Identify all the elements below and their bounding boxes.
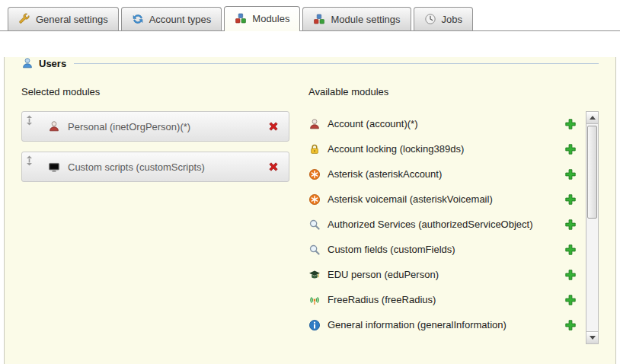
available-module-row: Authorized Services (authorizedServiceOb…: [308, 212, 586, 237]
asterisk-icon: [308, 193, 321, 206]
modules-blocks-icon: [235, 12, 247, 24]
available-module-row: Account locking (locking389ds): [308, 136, 586, 161]
add-icon[interactable]: [564, 118, 577, 130]
tab-account-types[interactable]: Account types: [121, 7, 222, 30]
selected-module-row[interactable]: Custom scripts (customScripts): [21, 152, 289, 182]
clock-icon: [424, 13, 436, 25]
available-module-label: Asterisk voicemail (asteriskVoicemail): [328, 193, 493, 205]
available-module-row: General information (generalInformation): [308, 312, 586, 337]
add-icon[interactable]: [564, 319, 577, 331]
available-module-row: Account (account)(*): [308, 111, 586, 136]
tab-label: Account types: [149, 14, 212, 25]
available-module-row: FreeRadius (freeRadius): [308, 287, 586, 312]
available-modules-list: Account (account)(*) Account locking (lo…: [308, 111, 586, 344]
delete-icon[interactable]: [267, 161, 280, 173]
available-module-label: Account (account)(*): [328, 118, 418, 129]
scrollbar-thumb[interactable]: [587, 126, 597, 219]
available-module-label: General information (generalInformation): [328, 319, 507, 330]
selected-modules-column: Selected modules Personal (inetOrgPerson…: [21, 86, 289, 344]
users-section-header: Users: [21, 57, 599, 69]
magnifier-icon: [308, 244, 321, 256]
users-icon: [21, 57, 34, 69]
tab-general-settings[interactable]: General settings: [8, 7, 119, 30]
person-icon: [48, 120, 60, 133]
selected-modules-heading: Selected modules: [21, 86, 289, 97]
drag-handle-icon[interactable]: [26, 115, 33, 126]
magnifier-icon: [308, 219, 321, 231]
section-title: Users: [39, 58, 66, 69]
available-module-row: EDU person (eduPerson): [308, 262, 586, 287]
available-module-label: Authorized Services (authorizedServiceOb…: [328, 219, 533, 230]
available-module-row: Asterisk voicemail (asteriskVoicemail): [308, 187, 586, 212]
add-icon[interactable]: [564, 168, 577, 180]
person-icon: [308, 118, 321, 130]
available-module-label: FreeRadius (freeRadius): [328, 294, 436, 305]
available-module-row: Asterisk (asteriskAccount): [308, 161, 586, 187]
selected-module-label: Custom scripts (customScripts): [68, 161, 205, 173]
add-icon[interactable]: [564, 294, 577, 306]
graduation-cap-icon: [308, 269, 321, 281]
tab-label: Module settings: [331, 14, 400, 25]
add-icon[interactable]: [564, 244, 577, 256]
available-module-label: Asterisk (asteriskAccount): [328, 168, 442, 180]
section-rule: [74, 63, 599, 64]
available-module-label: Account locking (locking389ds): [328, 143, 464, 155]
terminal-icon: [48, 161, 60, 173]
selected-module-row[interactable]: Personal (inetOrgPerson)(*): [21, 111, 289, 142]
lock-icon: [308, 143, 321, 155]
scroll-up-icon[interactable]: [586, 112, 598, 124]
tab-bar: General settings Account types Modules M…: [0, 0, 620, 31]
asterisk-icon: [308, 168, 321, 180]
tab-label: Jobs: [442, 14, 462, 25]
tab-module-settings[interactable]: Module settings: [302, 7, 411, 30]
modules-panel: Users Selected modules Personal (inetOrg…: [4, 57, 616, 364]
available-modules-column: Available modules Account (account)(*) A…: [308, 86, 599, 344]
tab-label: Modules: [252, 13, 289, 24]
radio-waves-icon: [308, 294, 321, 306]
scroll-down-icon[interactable]: [586, 331, 598, 343]
add-icon[interactable]: [564, 219, 577, 231]
selected-module-label: Personal (inetOrgPerson)(*): [68, 121, 190, 133]
add-icon[interactable]: [564, 269, 577, 281]
tab-jobs[interactable]: Jobs: [414, 7, 473, 30]
available-module-label: EDU person (eduPerson): [328, 269, 439, 280]
available-module-row: Custom fields (customFields): [308, 237, 586, 262]
modules-blocks-icon: [313, 13, 325, 25]
add-icon[interactable]: [564, 193, 577, 206]
wrench-icon: [18, 13, 30, 25]
available-modules-heading: Available modules: [308, 86, 599, 97]
info-icon: [308, 319, 321, 331]
scrollbar[interactable]: [586, 111, 599, 344]
add-icon[interactable]: [564, 143, 577, 155]
module-columns: Selected modules Personal (inetOrgPerson…: [21, 86, 599, 344]
sync-gear-icon: [132, 13, 144, 25]
tab-label: General settings: [36, 14, 108, 25]
drag-handle-icon[interactable]: [26, 155, 33, 166]
delete-icon[interactable]: [267, 120, 280, 133]
tab-modules[interactable]: Modules: [224, 6, 300, 31]
available-module-label: Custom fields (customFields): [328, 244, 455, 255]
available-modules-list-wrap: Account (account)(*) Account locking (lo…: [308, 111, 599, 344]
